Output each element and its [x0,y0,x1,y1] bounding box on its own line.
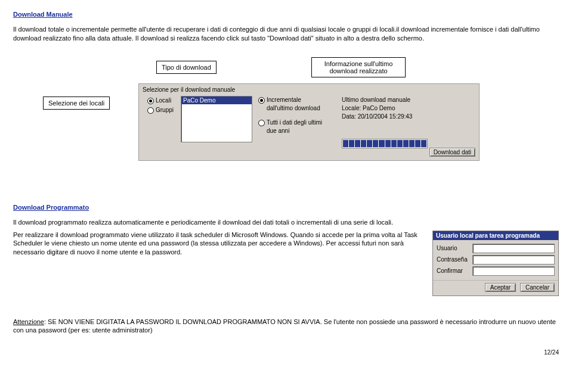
login-accept-button[interactable]: Aceptar [485,283,516,292]
callout-info-ultimo: Informazione sull'ultimo download realiz… [311,57,406,77]
heading-download-programmato: Download Programmato [13,204,559,211]
radio-tutti-label1: Tutti i dati degli ultimi [267,119,322,126]
last-download-locale: Locale: PaCo Demo [342,104,412,113]
login-label-pass: Contraseña [437,256,472,263]
login-dialog-title: Usuario local para tarea programada [433,231,558,240]
panel-title: Selezione per il download manuale [143,86,235,93]
listbox-locali[interactable]: PaCo Demo [181,96,252,142]
radio-icon [147,98,154,104]
attenzione-label: Attenzione [13,318,44,325]
radio-group-scope: Locali Gruppi [147,96,174,115]
listbox-item[interactable]: PaCo Demo [181,97,252,104]
attenzione-text: : SE NON VIENE DIGITATA LA PASSWORD IL D… [13,318,556,334]
radio-group-type: Incrementale dall'ultimo download Tutti … [258,96,322,135]
login-row-user: Usuario [437,244,555,253]
login-label-user: Usuario [437,245,472,251]
radio-incr-label1: Incrementale [267,97,301,103]
last-download-heading: Ultimo download manuale [342,96,412,104]
login-input-pass[interactable] [472,255,555,265]
attenzione-paragraph: Attenzione: SE NON VIENE DIGITATA LA PAS… [13,318,559,335]
radio-icon [258,97,265,104]
paragraph-programmato-intro: Il download programmato realizza automat… [13,218,559,227]
paragraph-programmato-detail: Per realizzare il download programmato v… [13,231,421,257]
radio-tutti[interactable]: Tutti i dati degli ultimi [258,119,322,127]
manual-download-diagram: Tipo di download Informazione sull'ultim… [13,61,559,174]
radio-locali[interactable]: Locali [147,96,174,105]
login-label-confirm: Confirmar [437,267,472,274]
radio-incrementale[interactable]: Incrementale [258,96,322,104]
paragraph-intro-manuale: Il download totale o incrementale permet… [13,25,559,43]
manual-download-panel: Selezione per il download manuale Locali… [138,83,480,161]
login-input-confirm[interactable] [472,266,555,276]
last-download-info: Ultimo download manuale Locale: PaCo Dem… [342,96,412,121]
programmato-row: Per realizzare il download programmato v… [13,231,559,296]
heading-download-manuale: Download Manuale [13,11,559,18]
radio-icon [147,107,154,114]
last-download-date: Data: 20/10/2004 15:29:43 [342,113,412,121]
callout-selezione-locali: Selezione dei locali [43,97,110,110]
login-cancel-button[interactable]: Cancelar [520,283,555,292]
radio-tutti-label2: due anni [258,127,322,135]
callout-tipo-download: Tipo di download [156,61,217,74]
radio-icon [258,120,265,126]
radio-gruppi-label: Gruppi [156,107,174,113]
login-input-user[interactable] [472,244,555,253]
progress-bar [342,139,428,148]
page-number: 12/24 [13,349,559,356]
login-dialog: Usuario local para tarea programada Usua… [432,231,559,296]
radio-incr-label2: dall'ultimo download [258,104,322,113]
login-row-confirm: Confirmar [437,266,555,276]
radio-locali-label: Locali [156,97,171,104]
radio-gruppi[interactable]: Gruppi [147,105,174,115]
login-row-pass: Contraseña [437,255,555,265]
download-dati-button[interactable]: Download dati [429,148,475,157]
